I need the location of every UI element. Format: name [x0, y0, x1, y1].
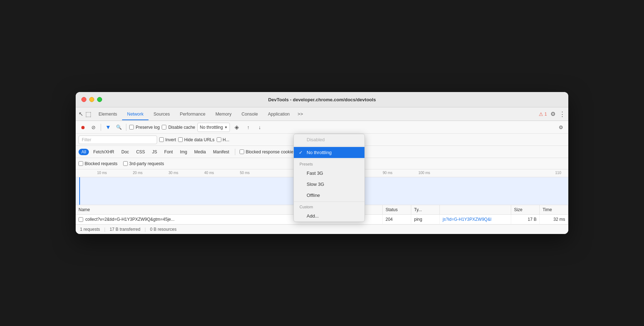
checkmark-icon: ✓: [299, 150, 303, 155]
toolbar-right: ⚙: [556, 123, 565, 132]
throttle-dropdown: Disabled ✓ No throttling Presets Fast 3G…: [293, 134, 365, 222]
download-icon[interactable]: ↓: [255, 123, 264, 132]
more-actions-icon[interactable]: ⋮: [559, 110, 565, 118]
toolbar-separator-1: [101, 124, 101, 131]
dropdown-slow-3g[interactable]: Slow 3G: [294, 179, 364, 190]
th-type: Ty...: [411, 205, 440, 214]
devtools-tab-bar: ↖ ⬚ Elements Network Sources Performance…: [76, 107, 568, 121]
throttle-value: No throttling: [200, 125, 223, 130]
type-btn-css[interactable]: CSS: [133, 149, 148, 155]
clear-button[interactable]: ⊘: [89, 123, 98, 132]
th-time: Time: [540, 205, 568, 214]
record-button[interactable]: ⏺: [79, 123, 87, 132]
traffic-lights: [81, 97, 102, 102]
timeline-marker: [79, 177, 80, 205]
presets-header: Presets: [294, 160, 364, 168]
type-filter-separator: [235, 149, 235, 155]
tick-10ms: 10 ms: [97, 171, 107, 175]
type-btn-js[interactable]: JS: [149, 149, 160, 155]
badge-count: 1: [544, 112, 547, 117]
bytes-resources: 0 B resources: [150, 227, 176, 232]
dropdown-no-throttling[interactable]: ✓ No throttling: [294, 147, 364, 158]
hide-data-urls-checkbox[interactable]: Hide data URLs: [178, 137, 215, 142]
th-status: Status: [383, 205, 411, 214]
tab-application[interactable]: Application: [263, 109, 295, 120]
warning-icon: ⚠: [539, 111, 543, 117]
tick-110ms: 110: [555, 171, 561, 175]
window-title: DevTools - developer.chrome.com/docs/dev…: [268, 97, 376, 102]
filter-input[interactable]: [79, 136, 157, 144]
type-btn-img[interactable]: Img: [177, 149, 190, 155]
network-panel: ⏺ ⊘ ▼ 🔍 Preserve log Disable cache No th…: [76, 121, 568, 234]
throttle-select[interactable]: No throttling ▼: [197, 123, 230, 132]
td-type: ping: [411, 215, 440, 224]
td-time: 32 ms: [540, 215, 568, 224]
toolbar-separator-2: [126, 124, 126, 131]
throttle-menu: Disabled ✓ No throttling Presets Fast 3G…: [293, 134, 365, 222]
type-btn-font[interactable]: Font: [161, 149, 176, 155]
filter-icon[interactable]: ▼: [104, 123, 112, 132]
tab-console[interactable]: Console: [237, 109, 263, 120]
invert-checkbox[interactable]: Invert: [159, 137, 176, 142]
more-tabs-button[interactable]: >>: [295, 109, 306, 119]
th-size: Size: [511, 205, 540, 214]
tab-network[interactable]: Network: [122, 109, 149, 120]
custom-header: Custom: [294, 203, 364, 210]
network-toolbar: ⏺ ⊘ ▼ 🔍 Preserve log Disable cache No th…: [76, 121, 568, 134]
type-btn-doc[interactable]: Doc: [119, 149, 132, 155]
type-btn-manifest[interactable]: Manifest: [210, 149, 232, 155]
requests-count: 1 requests: [80, 227, 100, 232]
upload-icon[interactable]: ↑: [243, 123, 253, 132]
tick-100ms: 100 ms: [418, 171, 430, 175]
td-initiator: js?id=G-H1Y3PXZW9Q&l: [440, 215, 511, 224]
type-btn-fetch-xhr[interactable]: Fetch/XHR: [90, 149, 117, 155]
chevron-down-icon: ▼: [224, 126, 227, 129]
dropdown-sep-3: [294, 202, 364, 202]
td-size: 17 B: [511, 215, 540, 224]
disable-cache-checkbox[interactable]: Disable cache: [162, 125, 195, 130]
tab-performance[interactable]: Performance: [175, 109, 211, 120]
hide-extension-urls-checkbox[interactable]: H...: [217, 137, 230, 142]
bytes-transferred: 17 B transferred: [110, 227, 140, 232]
blocked-cookies-checkbox[interactable]: Blocked response cookies: [240, 149, 295, 154]
tab-actions: ⚠ 1 ⚙ ⋮: [539, 110, 565, 118]
warning-badge[interactable]: ⚠ 1: [539, 111, 547, 117]
tick-50ms: 50 ms: [240, 171, 250, 175]
th-initiator: [440, 205, 511, 214]
type-btn-media[interactable]: Media: [191, 149, 209, 155]
tab-memory[interactable]: Memory: [210, 109, 236, 120]
maximize-button[interactable]: [97, 97, 102, 102]
tick-20ms: 20 ms: [133, 171, 142, 175]
tick-40ms: 40 ms: [204, 171, 214, 175]
toolbar-area: ⏺ ⊘ ▼ 🔍 Preserve log Disable cache No th…: [76, 121, 568, 134]
cursor-icon[interactable]: ↖: [79, 111, 83, 117]
tab-elements[interactable]: Elements: [94, 109, 122, 120]
inspect-icon[interactable]: ⬚: [85, 110, 91, 118]
status-bar: 1 requests | 17 B transferred | 0 B reso…: [76, 224, 568, 234]
td-status: 204: [383, 215, 411, 224]
minimize-button[interactable]: [89, 97, 94, 102]
tick-90ms: 90 ms: [383, 171, 392, 175]
type-btn-all[interactable]: All: [79, 149, 89, 155]
dropdown-sep-1: [294, 146, 364, 146]
search-icon[interactable]: 🔍: [115, 123, 123, 132]
dropdown-sep-2: [294, 159, 364, 159]
dropdown-add[interactable]: Add...: [294, 210, 364, 221]
network-settings-icon[interactable]: ⚙: [556, 123, 565, 132]
close-button[interactable]: [81, 97, 86, 102]
tick-30ms: 30 ms: [168, 171, 178, 175]
third-party-checkbox[interactable]: 3rd-party requests: [123, 161, 164, 166]
titlebar: DevTools - developer.chrome.com/docs/dev…: [76, 92, 568, 107]
row-checkbox[interactable]: [79, 217, 83, 222]
tab-sources[interactable]: Sources: [149, 109, 175, 120]
settings-icon[interactable]: ⚙: [550, 111, 555, 117]
dropdown-disabled: Disabled: [294, 134, 364, 145]
dropdown-fast-3g[interactable]: Fast 3G: [294, 168, 364, 179]
dropdown-offline[interactable]: Offline: [294, 190, 364, 201]
devtools-window: DevTools - developer.chrome.com/docs/dev…: [76, 92, 568, 234]
wifi-icon[interactable]: ◈: [232, 123, 241, 132]
blocked-requests-checkbox[interactable]: Blocked requests: [79, 161, 117, 166]
preserve-log-checkbox[interactable]: Preserve log: [129, 125, 160, 130]
initiator-link[interactable]: js?id=G-H1Y3PXZW9Q&l: [443, 217, 491, 222]
